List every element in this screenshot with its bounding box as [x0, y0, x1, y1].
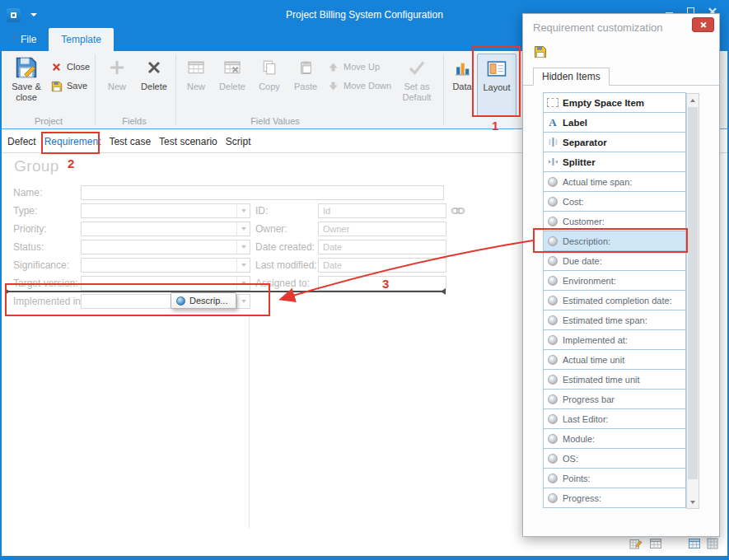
field-label: Name:	[13, 184, 81, 202]
tab-test-case[interactable]: Test case	[109, 136, 151, 147]
field-label: Target version:	[13, 275, 81, 292]
dropdown-arrow-icon[interactable]	[236, 277, 250, 290]
form-row: Name:	[13, 184, 451, 203]
status-field[interactable]	[81, 240, 250, 254]
hidden-item-row[interactable]: Estimated completion date:	[543, 290, 686, 310]
button-label: Delete	[219, 82, 245, 92]
hidden-item-row[interactable]: Actual time unit	[543, 349, 686, 370]
hidden-item-row[interactable]: Last Editor:	[543, 408, 686, 429]
owner-field[interactable]: Owner	[318, 222, 446, 236]
form-right-column: ID:IdOwner:OwnerDate created:DateLast mo…	[255, 203, 478, 293]
tab-requirement[interactable]: Requirement	[44, 136, 101, 147]
field-label: Assigned to:	[255, 275, 318, 292]
edit-layout-icon[interactable]	[629, 537, 643, 550]
last-modified-field[interactable]: Date	[318, 258, 446, 273]
tab-hidden-items[interactable]: Hidden Items	[533, 68, 610, 86]
data-button[interactable]: Data	[446, 54, 478, 116]
column-divider	[249, 315, 250, 529]
tab-template[interactable]: Template	[49, 28, 114, 51]
paste-button[interactable]: Paste	[287, 54, 324, 116]
dropdown-arrow-icon[interactable]	[236, 204, 250, 217]
ribbon-save-button[interactable]: Save	[49, 77, 94, 95]
statusbar	[2, 534, 727, 556]
scroll-thumb[interactable]	[688, 107, 698, 479]
hidden-item-row[interactable]: Splitter	[543, 152, 686, 172]
dropdown-arrow-icon[interactable]	[236, 240, 250, 254]
hidden-item-label: Separator	[563, 138, 607, 147]
values-delete-button[interactable]: Delete	[214, 54, 250, 116]
dropdown-arrow-icon[interactable]	[236, 259, 250, 272]
copy-button[interactable]: Copy	[252, 54, 287, 116]
copy-icon	[262, 54, 277, 82]
name-field[interactable]	[81, 185, 444, 200]
hidden-item-row[interactable]: Cost:	[543, 191, 686, 212]
scroll-up-icon[interactable]	[687, 94, 699, 106]
hidden-item-label: Module:	[563, 434, 595, 444]
tab-test-scenario[interactable]: Test scenario	[159, 136, 217, 147]
scrollbar[interactable]	[686, 93, 699, 509]
ribbon-close-button[interactable]: Close	[49, 58, 94, 76]
link-icon[interactable]	[451, 206, 465, 216]
hidden-item-row[interactable]: Progress bar	[543, 389, 686, 409]
hidden-item-row[interactable]: Actual time span:	[543, 171, 686, 192]
hidden-item-row[interactable]: Points:	[543, 468, 686, 488]
id-field[interactable]: Id	[318, 203, 446, 218]
drag-ghost[interactable]: Descrip...	[171, 292, 236, 309]
hidden-items-list: Empty Space ItemALabelSeparatorSplitterA…	[543, 93, 686, 508]
tab-defect[interactable]: Defect	[7, 136, 36, 147]
hidden-item-row[interactable]: OS:	[543, 448, 686, 469]
hidden-item-row[interactable]: Implemented at:	[543, 329, 686, 350]
hidden-item-row[interactable]: Estimated time span:	[543, 310, 686, 330]
save-layout-button[interactable]	[531, 44, 549, 60]
type-field[interactable]	[81, 203, 250, 218]
hidden-item-row[interactable]: Progress:	[543, 488, 686, 508]
date-created-field[interactable]: Date	[318, 240, 446, 254]
table-delete-icon	[224, 54, 241, 82]
move-up-button[interactable]: Move Up	[326, 58, 380, 76]
hidden-item-row[interactable]: Due date:	[543, 250, 686, 271]
field-icon	[547, 453, 558, 464]
grid-layout-icon[interactable]	[649, 537, 662, 550]
hidden-item-row[interactable]: Separator	[543, 132, 686, 152]
hidden-item-row[interactable]: Customer:	[543, 211, 686, 231]
save-and-close-button[interactable]: Save & close	[7, 54, 46, 116]
fields-delete-button[interactable]: Delete	[135, 54, 173, 116]
button-label: New	[187, 82, 205, 92]
dropdown-arrow-icon[interactable]	[236, 222, 250, 236]
arrow-up-icon	[326, 61, 340, 74]
hidden-item-row[interactable]: Description:	[543, 231, 686, 251]
tab-script[interactable]: Script	[226, 136, 251, 147]
field-label: Owner:	[255, 221, 318, 238]
close-button[interactable]	[692, 17, 714, 32]
grid-layout-blue-icon[interactable]	[688, 537, 701, 550]
target-version-field[interactable]	[81, 276, 250, 291]
grid-layout-gray-icon[interactable]	[706, 537, 719, 550]
values-new-button[interactable]: New	[179, 54, 213, 116]
set-as-default-button[interactable]: Set as Default	[394, 54, 440, 116]
group-caption-field-values: Field Values	[250, 116, 300, 126]
significance-field[interactable]	[81, 258, 250, 273]
hidden-item-label: Implemented at:	[563, 335, 628, 345]
hidden-item-row[interactable]: Empty Space Item	[543, 92, 686, 113]
hidden-item-row[interactable]: Module:	[543, 428, 686, 449]
layout-button[interactable]: Layout	[477, 54, 516, 116]
hidden-item-label: Estimated time unit	[563, 375, 640, 385]
field-label: Type:	[13, 203, 81, 220]
hidden-item-label: Cost:	[563, 197, 584, 207]
scroll-down-icon[interactable]	[687, 496, 699, 508]
move-down-button[interactable]: Move Down	[326, 77, 391, 95]
field-icon	[547, 255, 558, 267]
assigned-to-field[interactable]	[318, 276, 446, 291]
button-label: Close	[67, 62, 90, 72]
hidden-item-label: Progress:	[563, 493, 601, 503]
tab-file[interactable]: File	[8, 28, 49, 51]
hidden-item-row[interactable]: Estimated time unit	[543, 369, 686, 390]
hidden-item-row[interactable]: Environment:	[543, 270, 686, 291]
hidden-item-row[interactable]: ALabel	[543, 112, 686, 133]
field-icon	[547, 374, 558, 385]
fields-new-button[interactable]: New	[100, 54, 134, 116]
priority-field[interactable]	[81, 222, 250, 236]
form-row: Owner:Owner	[255, 221, 478, 239]
group-caption-project: Project	[35, 116, 63, 126]
dropdown-arrow-icon[interactable]	[236, 295, 250, 308]
